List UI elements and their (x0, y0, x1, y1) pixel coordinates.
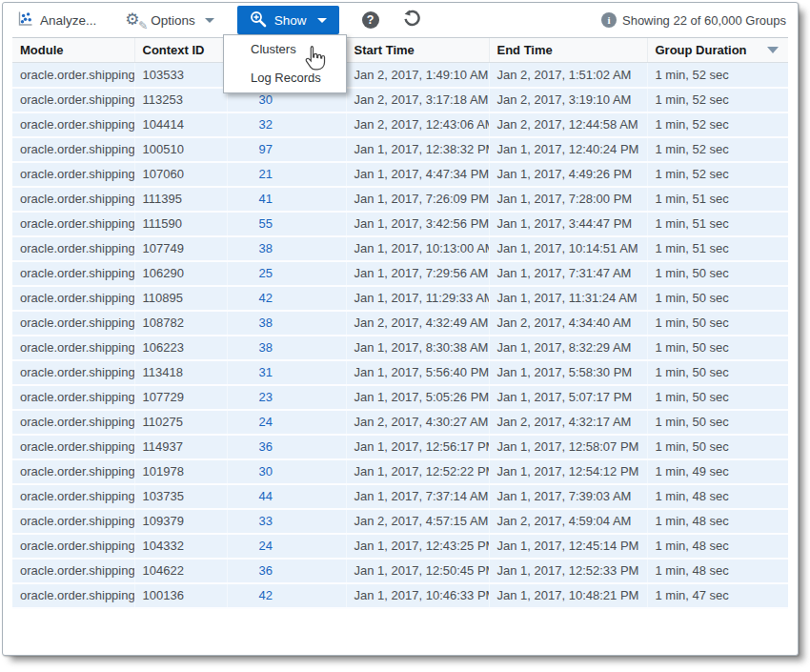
table-row[interactable]: oracle.order.shipping 106223 38 Jan 1, 2… (12, 336, 788, 360)
context-id-cell: 104332 (134, 534, 227, 559)
group-duration-cell: 1 min, 49 sec (647, 459, 788, 484)
table-row[interactable]: oracle.order.shipping 100136 42 Jan 1, 2… (12, 583, 788, 608)
options-button[interactable]: ⚙✎ Options (125, 10, 214, 30)
table-row[interactable]: oracle.order.shipping 104332 24 Jan 1, 2… (12, 534, 788, 559)
context-id-cell: 104622 (134, 559, 227, 583)
table-row[interactable]: oracle.order.shipping 100510 97 Jan 1, 2… (12, 137, 788, 162)
log-records-count-link[interactable]: 38 (227, 236, 346, 261)
end-time-cell: Jan 1, 2017, 5:58:30 PM (489, 360, 647, 385)
table-row[interactable]: oracle.order.shipping 106290 25 Jan 1, 2… (12, 261, 788, 286)
column-header-start-time[interactable]: Start Time (346, 38, 489, 63)
log-records-count-link[interactable]: 23 (227, 385, 346, 410)
log-records-count-link[interactable]: 41 (227, 187, 346, 212)
start-time-cell: Jan 2, 2017, 4:30:27 AM (346, 410, 489, 435)
module-cell: oracle.order.shipping (12, 261, 134, 286)
table-row[interactable]: oracle.order.shipping 114937 36 Jan 1, 2… (12, 435, 788, 459)
log-records-count-link[interactable]: 30 (227, 459, 346, 484)
end-time-cell: Jan 1, 2017, 12:40:24 PM (489, 137, 647, 162)
log-records-count-link[interactable]: 24 (227, 534, 346, 559)
log-records-count-link[interactable]: 33 (227, 509, 346, 534)
table-body: oracle.order.shipping 103533 Jan 2, 2017… (12, 63, 788, 608)
toolbar: Analyze... ⚙✎ Options Show ? (3, 3, 798, 37)
end-time-cell: Jan 1, 2017, 12:58:07 PM (489, 435, 647, 459)
start-time-cell: Jan 1, 2017, 11:29:33 AM (346, 286, 489, 311)
end-time-cell: Jan 1, 2017, 12:45:14 PM (489, 534, 647, 559)
end-time-cell: Jan 2, 2017, 4:59:04 AM (489, 509, 647, 534)
log-records-count-link[interactable]: 36 (227, 435, 346, 459)
gear-pencil-icon: ⚙✎ (125, 10, 144, 30)
column-header-group-duration[interactable]: Group Duration (647, 38, 788, 63)
table-row[interactable]: oracle.order.shipping 111395 41 Jan 1, 2… (12, 187, 788, 212)
table-row[interactable]: oracle.order.shipping 101978 30 Jan 1, 2… (12, 459, 788, 484)
log-records-count-link[interactable]: 31 (227, 360, 346, 385)
groups-table: Module Context ID Start Time End Time Gr… (12, 37, 788, 609)
start-time-cell: Jan 1, 2017, 12:52:22 PM (346, 459, 489, 484)
context-id-cell: 113253 (134, 88, 227, 112)
table-row[interactable]: oracle.order.shipping 110275 24 Jan 2, 2… (12, 410, 788, 435)
context-id-cell: 110275 (134, 410, 227, 435)
group-duration-cell: 1 min, 52 sec (647, 137, 788, 162)
column-header-context-id[interactable]: Context ID (134, 38, 227, 63)
help-icon: ? (362, 11, 379, 29)
log-records-count-link[interactable]: 44 (227, 484, 346, 509)
start-time-cell: Jan 1, 2017, 12:50:45 PM (346, 559, 489, 583)
start-time-cell: Jan 1, 2017, 7:37:14 AM (346, 484, 489, 509)
group-duration-cell: 1 min, 50 sec (647, 286, 788, 311)
status-area: i Showing 22 of 60,000 Groups (601, 12, 786, 28)
context-id-cell: 107729 (134, 385, 227, 410)
column-header-module[interactable]: Module (12, 38, 134, 63)
context-id-cell: 110895 (134, 286, 227, 311)
log-records-count-link[interactable]: 36 (227, 559, 346, 583)
module-cell: oracle.order.shipping (12, 410, 134, 435)
log-records-count-link[interactable]: 42 (227, 286, 346, 311)
refresh-icon (402, 10, 420, 31)
start-time-cell: Jan 1, 2017, 5:56:40 PM (346, 360, 489, 385)
log-records-count-link[interactable]: 55 (227, 212, 346, 236)
log-records-count-link[interactable]: 21 (227, 162, 346, 187)
table-row[interactable]: oracle.order.shipping 113418 31 Jan 1, 2… (12, 360, 788, 385)
end-time-cell: Jan 1, 2017, 5:07:17 PM (489, 385, 647, 410)
log-records-count-link[interactable]: 97 (227, 137, 346, 162)
end-time-cell: Jan 1, 2017, 7:31:47 AM (489, 261, 647, 286)
table-row[interactable]: oracle.order.shipping 113253 30 Jan 2, 2… (12, 88, 788, 112)
group-duration-cell: 1 min, 48 sec (647, 509, 788, 534)
log-records-count-link[interactable]: 25 (227, 261, 346, 286)
module-cell: oracle.order.shipping (12, 583, 134, 608)
table-row[interactable]: oracle.order.shipping 104414 32 Jan 2, 2… (12, 112, 788, 137)
module-cell: oracle.order.shipping (12, 162, 134, 187)
show-dropdown-menu: Clusters Log Records (223, 34, 347, 93)
help-button[interactable]: ? (362, 11, 379, 29)
log-records-count-link[interactable]: 42 (227, 583, 346, 608)
context-id-cell: 106223 (134, 336, 227, 360)
table-row[interactable]: oracle.order.shipping 103533 Jan 2, 2017… (12, 63, 788, 88)
analyze-button[interactable]: Analyze... (16, 10, 96, 31)
show-button[interactable]: Show (237, 6, 339, 34)
module-cell: oracle.order.shipping (12, 212, 134, 236)
module-cell: oracle.order.shipping (12, 137, 134, 162)
table-row[interactable]: oracle.order.shipping 107060 21 Jan 1, 2… (12, 162, 788, 187)
table-row[interactable]: oracle.order.shipping 108782 38 Jan 2, 2… (12, 311, 788, 336)
module-cell: oracle.order.shipping (12, 311, 134, 336)
column-header-end-time[interactable]: End Time (489, 38, 647, 63)
log-records-count-link[interactable]: 38 (227, 336, 346, 360)
log-groups-widget: Analyze... ⚙✎ Options Show ? (2, 2, 799, 656)
table-row[interactable]: oracle.order.shipping 107749 38 Jan 1, 2… (12, 236, 788, 261)
table-row[interactable]: oracle.order.shipping 110895 42 Jan 1, 2… (12, 286, 788, 311)
start-time-cell: Jan 2, 2017, 1:49:10 AM (346, 63, 489, 88)
module-cell: oracle.order.shipping (12, 63, 134, 88)
group-duration-cell: 1 min, 51 sec (647, 212, 788, 236)
table-row[interactable]: oracle.order.shipping 103735 44 Jan 1, 2… (12, 484, 788, 509)
start-time-cell: Jan 1, 2017, 5:05:26 PM (346, 385, 489, 410)
context-id-cell: 104414 (134, 112, 227, 137)
table-row[interactable]: oracle.order.shipping 111590 55 Jan 1, 2… (12, 212, 788, 236)
module-cell: oracle.order.shipping (12, 484, 134, 509)
table-row[interactable]: oracle.order.shipping 104622 36 Jan 1, 2… (12, 559, 788, 583)
table-row[interactable]: oracle.order.shipping 109379 33 Jan 2, 2… (12, 509, 788, 534)
table-row[interactable]: oracle.order.shipping 107729 23 Jan 1, 2… (12, 385, 788, 410)
log-records-count-link[interactable]: 38 (227, 311, 346, 336)
refresh-button[interactable] (402, 10, 420, 31)
log-records-count-link[interactable]: 32 (227, 112, 346, 137)
sort-descending-icon[interactable] (767, 47, 779, 53)
log-records-count-link[interactable]: 24 (227, 410, 346, 435)
context-id-cell: 103533 (134, 63, 227, 88)
